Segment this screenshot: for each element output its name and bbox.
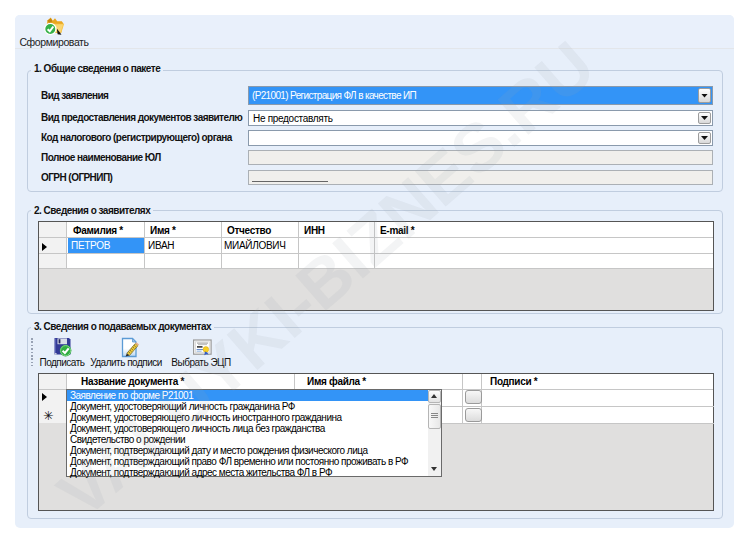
svg-text:VALUYKI-BIZNES.RU: VALUYKI-BIZNES.RU <box>43 26 608 531</box>
